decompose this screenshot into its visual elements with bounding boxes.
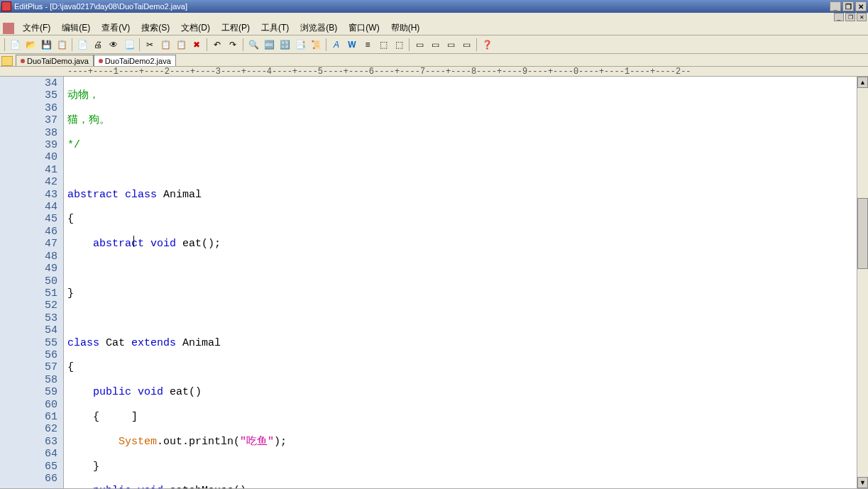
- mdi-minimize-button[interactable]: _: [834, 13, 844, 21]
- menu-help[interactable]: 帮助(H): [385, 21, 426, 35]
- new-file-icon[interactable]: 📄: [8, 38, 22, 52]
- page-icon[interactable]: 📃: [122, 38, 136, 52]
- save-all-icon[interactable]: 📋: [55, 38, 69, 52]
- menu-bar: 文件(F) 编辑(E) 查看(V) 搜索(S) 文档(D) 工程(P) 工具(T…: [0, 21, 868, 35]
- delete-icon[interactable]: ✖: [189, 38, 204, 52]
- minimize-button[interactable]: _: [830, 1, 841, 11]
- tab-label: DuoTaiDemo2.java: [105, 57, 171, 65]
- line-number: 66: [0, 473, 57, 485]
- vertical-scrollbar[interactable]: ▲ ▼: [857, 77, 868, 488]
- line-number: 49: [0, 263, 57, 275]
- font-icon[interactable]: A: [329, 38, 344, 52]
- line-number: 44: [0, 201, 57, 213]
- folder-icon[interactable]: [1, 56, 13, 66]
- tab-bar: DuoTaiDemo.java DuoTaiDemo2.java: [0, 54, 868, 67]
- find-icon[interactable]: 🔍: [246, 38, 260, 52]
- menu-tools[interactable]: 工具(T): [256, 21, 295, 35]
- menu-file[interactable]: 文件(F): [17, 21, 56, 35]
- line-number: 46: [0, 226, 57, 238]
- line-number-gutter: 34 35 36 37 38 39 40 41 42 43 44 45 46 4…: [0, 77, 64, 488]
- line-number: 39: [0, 139, 57, 151]
- line-number: 59: [0, 386, 57, 398]
- window3-icon[interactable]: ▭: [444, 38, 458, 52]
- code-editor[interactable]: 动物， 猫，狗。 */ abstract class Animal { abst…: [64, 77, 857, 488]
- scroll-thumb[interactable]: [857, 198, 868, 269]
- window1-icon[interactable]: ▭: [412, 38, 427, 52]
- line-number: 52: [0, 300, 57, 312]
- line-number: 38: [0, 127, 57, 139]
- menu-search[interactable]: 搜索(S): [136, 21, 175, 35]
- undo-icon[interactable]: ↶: [210, 38, 224, 52]
- open-file-icon[interactable]: 📂: [23, 38, 38, 52]
- menu-document[interactable]: 文档(D): [175, 21, 216, 35]
- line-number: 37: [0, 114, 57, 126]
- line-number: 43: [0, 189, 57, 201]
- line-number: 45: [0, 213, 57, 225]
- paste-icon[interactable]: 📋: [174, 38, 188, 52]
- window-title: EditPlus - [D:\java0217\day08\DuoTaiDemo…: [14, 2, 187, 11]
- maximize-button[interactable]: ❐: [842, 1, 854, 11]
- line-number: 34: [0, 77, 57, 89]
- wordwrap-icon[interactable]: W: [345, 38, 359, 52]
- menu-edit[interactable]: 编辑(E): [56, 21, 96, 35]
- indent-icon[interactable]: ⬚: [376, 38, 390, 52]
- line-number: 62: [0, 423, 57, 435]
- menu-view[interactable]: 查看(V): [96, 21, 136, 35]
- menu-project[interactable]: 工程(P): [216, 21, 256, 35]
- line-number: 54: [0, 324, 57, 336]
- scroll-track[interactable]: [857, 88, 868, 477]
- line-number: 60: [0, 399, 57, 411]
- cut-icon[interactable]: ✂: [143, 38, 157, 52]
- save-icon[interactable]: 💾: [39, 38, 53, 52]
- line-number: 35: [0, 89, 57, 101]
- ruler: ----+----1----+----2----+----3----+----4…: [0, 67, 868, 77]
- line-number: 56: [0, 349, 57, 361]
- editor-area: 34 35 36 37 38 39 40 41 42 43 44 45 46 4…: [0, 77, 868, 488]
- line-number: 47: [0, 238, 57, 250]
- mdi-close-button[interactable]: ✕: [857, 13, 867, 21]
- window4-icon[interactable]: ▭: [459, 38, 473, 52]
- line-number: 50: [0, 275, 57, 287]
- window2-icon[interactable]: ▭: [428, 38, 442, 52]
- line-number: 53: [0, 312, 57, 324]
- goto-icon[interactable]: 📜: [309, 38, 323, 52]
- line-number: 40: [0, 151, 57, 163]
- line-number: 51: [0, 287, 57, 300]
- scroll-up-icon[interactable]: ▲: [857, 77, 868, 88]
- mdi-maximize-button[interactable]: ❐: [845, 13, 855, 21]
- line-number: 36: [0, 102, 57, 114]
- list-icon[interactable]: ≡: [361, 38, 375, 52]
- tab-label: DuoTaiDemo.java: [27, 57, 89, 65]
- line-number: 41: [0, 164, 57, 176]
- file-tab-2[interactable]: DuoTaiDemo2.java: [94, 55, 176, 66]
- scroll-down-icon[interactable]: ▼: [857, 477, 868, 488]
- modified-dot-icon: [99, 59, 103, 63]
- line-number: 65: [0, 461, 57, 473]
- lowercase-icon[interactable]: 🔤: [262, 38, 276, 52]
- file-tab-1[interactable]: DuoTaiDemo.java: [16, 55, 94, 66]
- menubar-icon: [3, 23, 14, 34]
- title-bar: EditPlus - [D:\java0217\day08\DuoTaiDemo…: [0, 0, 868, 13]
- menu-browser[interactable]: 浏览器(B): [295, 21, 343, 35]
- text-cursor: [133, 236, 134, 247]
- line-number: 61: [0, 411, 57, 423]
- line-number: 57: [0, 361, 57, 373]
- toolbar: 📄 📂 💾 📋 📄 🖨 👁 📃 ✂ 📋 📋 ✖ ↶ ↷ 🔍 🔤 🔡 📑 📜 A …: [0, 35, 868, 54]
- line-number: 55: [0, 337, 57, 349]
- redo-icon[interactable]: ↷: [226, 38, 240, 52]
- preview-icon[interactable]: 👁: [106, 38, 121, 52]
- line-number: 63: [0, 436, 57, 448]
- close-button[interactable]: ✕: [855, 1, 867, 11]
- uppercase-icon[interactable]: 🔡: [278, 38, 292, 52]
- modified-dot-icon: [21, 59, 25, 63]
- line-number: 64: [0, 448, 57, 460]
- line-number: 48: [0, 251, 57, 263]
- new-doc-icon[interactable]: 📄: [75, 38, 89, 52]
- outdent-icon[interactable]: ⬚: [392, 38, 406, 52]
- line-number: 58: [0, 374, 57, 386]
- print-icon[interactable]: 🖨: [91, 38, 105, 52]
- menu-window[interactable]: 窗口(W): [343, 21, 385, 35]
- bookmark-icon[interactable]: 📑: [293, 38, 307, 52]
- copy-icon[interactable]: 📋: [158, 38, 172, 52]
- help-icon[interactable]: ❓: [480, 38, 494, 52]
